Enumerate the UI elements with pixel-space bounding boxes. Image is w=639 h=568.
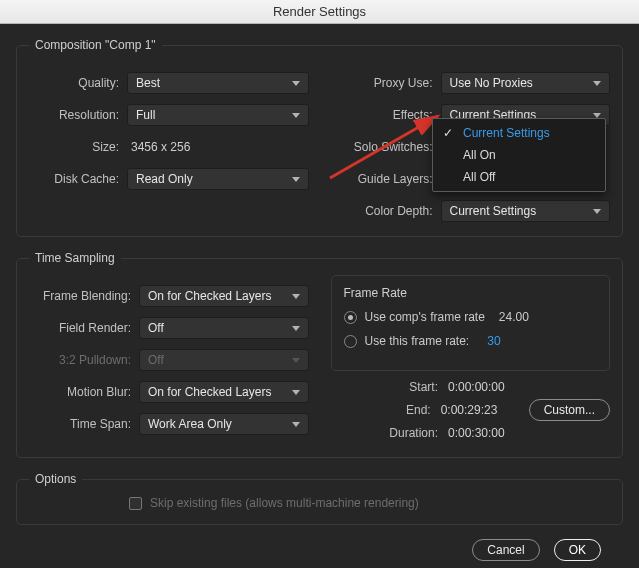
chevron-down-icon — [292, 294, 300, 299]
field-render-label: Field Render: — [29, 321, 139, 335]
use-this-value[interactable]: 30 — [487, 334, 500, 348]
start-value: 0:00:00:00 — [448, 380, 526, 394]
motion-blur-label: Motion Blur: — [29, 385, 139, 399]
checkmark-icon: ✓ — [443, 126, 457, 140]
pulldown-select: Off — [139, 349, 309, 371]
chevron-down-icon — [593, 81, 601, 86]
color-depth-label: Color Depth: — [331, 204, 441, 218]
chevron-down-icon — [593, 113, 601, 118]
chevron-down-icon — [292, 113, 300, 118]
chevron-down-icon — [292, 177, 300, 182]
effects-option-all-on[interactable]: All On — [433, 144, 605, 166]
field-render-select[interactable]: Off — [139, 317, 309, 339]
radio-selected-icon — [344, 311, 357, 324]
solo-switches-label: Solo Switches: — [331, 140, 441, 154]
disk-cache-select[interactable]: Read Only — [127, 168, 309, 190]
resolution-select[interactable]: Full — [127, 104, 309, 126]
frame-blending-value: On for Checked Layers — [148, 289, 271, 303]
quality-value: Best — [136, 76, 160, 90]
effects-option-label: All On — [463, 148, 496, 162]
effects-option-current[interactable]: ✓ Current Settings — [433, 122, 605, 144]
effects-label: Effects: — [331, 108, 441, 122]
disk-cache-value: Read Only — [136, 172, 193, 186]
pulldown-value: Off — [148, 353, 164, 367]
use-comp-label: Use comp's frame rate — [365, 310, 485, 324]
time-span-label: Time Span: — [29, 417, 139, 431]
ok-button[interactable]: OK — [554, 539, 601, 561]
composition-legend: Composition "Comp 1" — [29, 38, 162, 52]
chevron-down-icon — [292, 81, 300, 86]
use-this-label: Use this frame rate: — [365, 334, 470, 348]
chevron-down-icon — [292, 326, 300, 331]
effects-option-label: Current Settings — [463, 126, 550, 140]
radio-unselected-icon — [344, 335, 357, 348]
resolution-value: Full — [136, 108, 155, 122]
effects-option-all-off[interactable]: All Off — [433, 166, 605, 188]
color-depth-value: Current Settings — [450, 204, 537, 218]
resolution-label: Resolution: — [29, 108, 127, 122]
options-legend: Options — [29, 472, 82, 486]
duration-label: Duration: — [389, 426, 438, 440]
time-span-value: Work Area Only — [148, 417, 232, 431]
start-label: Start: — [409, 380, 438, 394]
checkbox-icon — [129, 497, 142, 510]
quality-label: Quality: — [29, 76, 127, 90]
time-metrics: Start: 0:00:00:00 End: 0:00:29:23 Custom… — [331, 377, 611, 443]
effects-dropdown[interactable]: ✓ Current Settings All On All Off — [432, 118, 606, 192]
chevron-down-icon — [292, 358, 300, 363]
proxy-use-label: Proxy Use: — [331, 76, 441, 90]
guide-layers-label: Guide Layers: — [331, 172, 441, 186]
end-label: End: — [406, 403, 431, 417]
cancel-button[interactable]: Cancel — [472, 539, 539, 561]
field-render-value: Off — [148, 321, 164, 335]
frame-blending-select[interactable]: On for Checked Layers — [139, 285, 309, 307]
duration-value: 0:00:30:00 — [448, 426, 526, 440]
window-title: Render Settings — [273, 4, 366, 19]
quality-select[interactable]: Best — [127, 72, 309, 94]
chevron-down-icon — [593, 209, 601, 214]
use-comp-frame-rate[interactable]: Use comp's frame rate 24.00 — [344, 310, 598, 324]
time-sampling-legend: Time Sampling — [29, 251, 121, 265]
window-titlebar: Render Settings — [0, 0, 639, 24]
chevron-down-icon — [292, 390, 300, 395]
time-sampling-group: Time Sampling Frame Blending: On for Che… — [16, 251, 623, 458]
size-label: Size: — [29, 140, 127, 154]
chevron-down-icon — [292, 422, 300, 427]
color-depth-select[interactable]: Current Settings — [441, 200, 611, 222]
proxy-use-select[interactable]: Use No Proxies — [441, 72, 611, 94]
custom-button[interactable]: Custom... — [529, 399, 610, 421]
proxy-use-value: Use No Proxies — [450, 76, 533, 90]
use-comp-value: 24.00 — [499, 310, 529, 324]
frame-blending-label: Frame Blending: — [29, 289, 139, 303]
disk-cache-label: Disk Cache: — [29, 172, 127, 186]
options-group: Options Skip existing files (allows mult… — [16, 472, 623, 525]
frame-rate-box: Frame Rate Use comp's frame rate 24.00 U… — [331, 275, 611, 371]
end-value: 0:00:29:23 — [441, 403, 519, 417]
motion-blur-select[interactable]: On for Checked Layers — [139, 381, 309, 403]
time-span-select[interactable]: Work Area Only — [139, 413, 309, 435]
effects-option-label: All Off — [463, 170, 495, 184]
pulldown-label: 3:2 Pulldown: — [29, 353, 139, 367]
size-value: 3456 x 256 — [127, 140, 309, 154]
motion-blur-value: On for Checked Layers — [148, 385, 271, 399]
use-this-frame-rate[interactable]: Use this frame rate: 30 — [344, 334, 598, 348]
frame-rate-legend: Frame Rate — [344, 286, 598, 300]
skip-existing-label: Skip existing files (allows multi-machin… — [150, 496, 419, 510]
